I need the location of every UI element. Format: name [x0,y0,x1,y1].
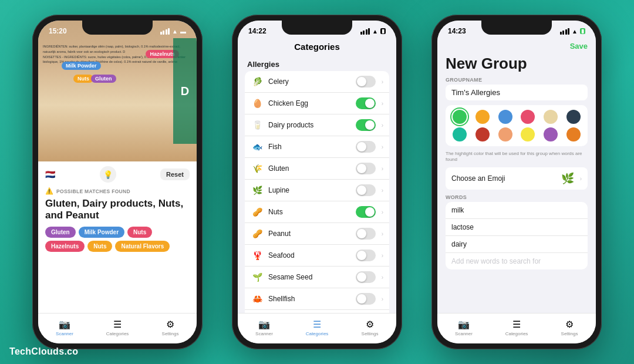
word-lactose[interactable]: lactose [446,219,588,236]
groupname-value[interactable]: Tim's Allergies [446,85,588,100]
nuts-toggle[interactable] [356,206,376,218]
tag-nuts-2[interactable]: Nuts [87,241,112,252]
nuts-chevron: › [382,209,383,215]
color-darkorange[interactable] [566,127,581,141]
emoji-row[interactable]: Choose an Emoji 🌿 › [446,167,588,190]
tab-categories-2[interactable]: ☰ Categories [291,319,343,336]
color-teal[interactable] [453,127,467,141]
sesameseed-toggle[interactable] [356,271,376,283]
tag-gluten[interactable]: Gluten [45,227,76,238]
dairyproducts-toggle[interactable] [356,119,376,131]
newgroup-content: New Group Groupname Tim's Allergies The … [437,53,596,313]
list-row-chickenegg[interactable]: 🥚 Chicken Egg › [245,93,389,114]
list-row-seafood[interactable]: 🦞 Seafood › [245,245,389,267]
flag-icon[interactable]: 🇳🇱 [45,170,55,179]
scanner-image: INGREDIËNTEN: suiker, plantaardige oliën… [38,21,197,161]
tag-milkpowder[interactable]: Milk Powder [79,227,124,238]
categories-tab-label: Categories [106,331,129,336]
tag-hazelnuts[interactable]: Hazelnuts [45,241,85,252]
settings-tab-label: Settings [162,331,179,336]
categories-title: Categories [294,42,340,52]
newgroup-header: Save [437,42,596,53]
list-row-sesameseed[interactable]: 🌱 Sesame Seed › [245,267,389,288]
chickenegg-toggle[interactable] [356,97,376,109]
gluten-icon: 🌾 [251,164,264,173]
list-row-dairyproducts[interactable]: 🥛 Dairy products › [245,114,389,136]
save-button[interactable]: Save [570,42,588,50]
tab-categories-1[interactable]: ☰ Categories [91,319,144,336]
list-row-gluten[interactable]: 🌾 Gluten › [245,158,389,180]
battery-icon-3: ▮ [580,28,585,34]
list-row-celery[interactable]: 🥬 Celery › [245,71,389,93]
gluten-toggle[interactable] [356,163,376,174]
color-purple[interactable] [544,127,558,141]
word-milk[interactable]: milk [446,202,588,219]
color-green[interactable] [453,110,467,124]
peanut-toggle[interactable] [356,228,376,240]
time-3: 14:23 [448,27,466,35]
words-card: milk lactose dairy Add new words to sear… [446,202,588,269]
match-title: Gluten, Dairy products, Nuts, and Peanut [45,198,190,222]
allergies-list-card: 🥬 Celery › 🥚 Chicken Egg › 🥛 Dairy produ… [245,71,389,313]
list-row-lupine[interactable]: 🌿 Lupine › [245,180,389,201]
tab-categories-3[interactable]: ☰ Categories [490,319,543,336]
seafood-toggle[interactable] [356,250,376,261]
word-placeholder[interactable]: Add new words to search for [446,253,588,269]
categories-tab-label-3: Categories [505,331,528,336]
tab-scanner-3[interactable]: 📷 Scanner [437,319,490,336]
word-dairy[interactable]: dairy [446,236,588,253]
scanner-controls: 🇳🇱 💡 Reset [45,166,190,183]
groupname-label: Groupname [446,77,588,83]
categories-tab-icon: ☰ [113,319,122,330]
emoji-label: Choose an Emoji [451,174,557,183]
fish-toggle[interactable] [356,141,376,153]
list-row-peanut[interactable]: 🥜 Peanut › [245,223,389,245]
celery-toggle[interactable] [356,76,376,87]
categories-tab-icon-3: ☰ [512,319,521,330]
tag-nuts[interactable]: Nuts [127,227,152,238]
list-row-shellfish[interactable]: 🦀 Shellfish › [245,288,389,310]
emoji-chevron: › [580,176,582,182]
categories-tab-label-2: Categories [306,331,329,336]
notch-3 [481,21,552,35]
seafood-chevron: › [382,252,383,259]
color-salmon[interactable] [498,127,512,141]
tab-settings-3[interactable]: ⚙ Settings [543,319,596,336]
scanner-tab-icon-3: 📷 [458,319,470,330]
battery-icon-1: ▬ [180,28,186,35]
color-darkred[interactable] [476,127,490,141]
lupine-toggle[interactable] [356,184,376,196]
color-grid [446,105,588,146]
nuts-label: Nuts [268,208,351,216]
settings-tab-label-3: Settings [561,331,578,336]
settings-tab-icon-3: ⚙ [565,319,574,330]
celery-icon: 🥬 [251,77,264,86]
scanner-tab-label: Scanner [56,331,73,336]
lupine-chevron: › [382,187,383,194]
tab-scanner-2[interactable]: 📷 Scanner [238,319,291,336]
chickenegg-chevron: › [382,100,383,107]
shellfish-label: Shellfish [268,295,351,303]
color-orange[interactable] [476,110,490,124]
scanner-side-panel: D [173,38,197,144]
notch [82,21,153,35]
color-red[interactable] [521,110,535,124]
color-darkblue[interactable] [566,110,581,124]
color-tan[interactable] [544,110,558,124]
tab-settings-2[interactable]: ⚙ Settings [343,319,396,336]
lupine-icon: 🌿 [251,186,264,195]
reset-button[interactable]: Reset [160,168,190,180]
tab-scanner-1[interactable]: 📷 Scanner [38,319,91,336]
scanner-tab-label-2: Scanner [255,331,273,336]
tab-settings-1[interactable]: ⚙ Settings [144,319,197,336]
tab-bar-3: 📷 Scanner ☰ Categories ⚙ Settings [437,313,596,343]
list-row-nuts[interactable]: 🥜 Nuts › [245,201,389,223]
categories-list[interactable]: Allergies 🥬 Celery › 🥚 Chicken Egg › 🥛 D… [238,56,396,313]
color-yellow[interactable] [521,127,535,141]
color-blue[interactable] [498,110,512,124]
bulb-button[interactable]: 💡 [100,166,116,183]
tag-natural-flavors[interactable]: Natural Flavors [115,241,170,252]
shellfish-toggle[interactable] [356,293,376,305]
list-row-fish[interactable]: 🐟 Fish › [245,136,389,158]
nuts-icon: 🥜 [251,207,264,217]
